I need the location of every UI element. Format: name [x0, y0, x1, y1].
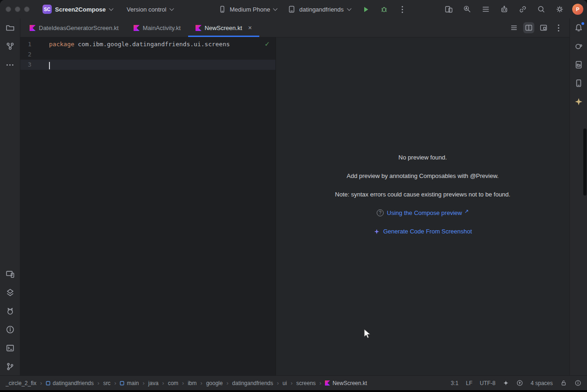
- tab-label: NewScreen.kt: [205, 24, 242, 31]
- debug-button[interactable]: [378, 3, 390, 15]
- more-actions-button[interactable]: [397, 3, 409, 15]
- folder-icon: [6, 23, 15, 32]
- structure-tool-button[interactable]: [4, 40, 17, 53]
- code-line-1[interactable]: 1 package com.ibm.google.datingandfriend…: [20, 39, 275, 49]
- device-manager-tool-button[interactable]: [572, 77, 585, 90]
- screen-and-phone-icon: [6, 270, 15, 279]
- chevron-right-icon: ›: [277, 380, 279, 386]
- sparkle-icon[interactable]: [503, 380, 509, 386]
- breadcrumb-item[interactable]: main: [120, 380, 139, 386]
- gradle-tool-button[interactable]: [572, 40, 585, 53]
- find-action-button[interactable]: [461, 3, 473, 15]
- run-config-label: datingandfriends: [299, 6, 343, 13]
- settings-button[interactable]: [554, 3, 566, 15]
- terminal-tool-button[interactable]: [4, 342, 17, 355]
- tab-mainactivity[interactable]: MainActivity.kt: [126, 18, 188, 37]
- breadcrumb-item[interactable]: google: [206, 380, 223, 386]
- running-devices-tool-button[interactable]: [4, 268, 17, 281]
- ai-assistant-button[interactable]: [498, 3, 510, 15]
- phone-icon: [218, 5, 226, 13]
- breadcrumb-item[interactable]: datingandfriends: [232, 380, 273, 386]
- info-circle-icon[interactable]: [575, 380, 581, 386]
- device-mirror-button[interactable]: [443, 3, 455, 15]
- logcat-button[interactable]: [480, 3, 492, 15]
- line-number: 1: [20, 39, 47, 49]
- kotlin-file-icon: [196, 25, 202, 31]
- encoding-widget[interactable]: UTF-8: [480, 380, 495, 386]
- more-horizontal-icon: [6, 64, 13, 66]
- window-minimize-button[interactable]: [15, 6, 20, 12]
- more-vertical-icon: [558, 24, 559, 31]
- editor-more-options-button[interactable]: [553, 22, 564, 33]
- search-everywhere-button[interactable]: [535, 3, 547, 15]
- notifications-tool-button[interactable]: [572, 21, 585, 34]
- external-link-icon: ↗: [465, 208, 469, 214]
- compose-preview-docs-link[interactable]: ? Using the Compose preview ↗: [377, 209, 469, 216]
- project-widget[interactable]: SC Screen2Compose: [41, 3, 115, 15]
- code-text: [47, 49, 49, 60]
- lock-circle-icon[interactable]: [516, 380, 523, 386]
- run-configuration-selector[interactable]: datingandfriends: [286, 3, 353, 15]
- breadcrumb-item[interactable]: datingandfriends: [46, 380, 94, 386]
- split-rect-icon: [525, 24, 533, 32]
- split-view-button[interactable]: [523, 22, 534, 33]
- gemini-tool-button[interactable]: [572, 95, 585, 108]
- breadcrumb-item[interactable]: _circle_2_fix: [6, 380, 37, 386]
- chevron-right-icon: ›: [142, 380, 144, 386]
- letter-a-magnifier-icon: [463, 5, 471, 13]
- code-editor[interactable]: 1 package com.ibm.google.datingandfriend…: [20, 37, 275, 375]
- left-tool-stripe: [0, 18, 20, 375]
- tab-close-icon[interactable]: ×: [248, 24, 252, 31]
- breadcrumb-item[interactable]: java: [148, 380, 159, 386]
- kotlin-file-icon: [134, 25, 140, 31]
- breadcrumb-item[interactable]: ibm: [188, 380, 196, 386]
- version-control-tool-button[interactable]: [4, 360, 17, 373]
- inspections-ok-icon[interactable]: ✓: [264, 40, 270, 48]
- diamond-layers-icon: [6, 288, 15, 297]
- more-tool-windows-button[interactable]: [4, 58, 17, 71]
- design-view-button[interactable]: [538, 22, 549, 33]
- bug-icon: [380, 5, 388, 13]
- device-selector[interactable]: Medium Phone: [216, 3, 279, 15]
- source-root-icon: [120, 381, 124, 386]
- breadcrumb-item[interactable]: ui: [282, 380, 287, 386]
- build-variants-tool-button[interactable]: [4, 286, 17, 299]
- breadcrumb-item[interactable]: src: [103, 380, 110, 386]
- line-number: 3: [20, 60, 47, 70]
- chevron-right-icon: ›: [291, 380, 293, 386]
- unlocked-padlock-icon[interactable]: [560, 380, 567, 386]
- logcat-tool-button[interactable]: [4, 305, 17, 318]
- smartphone-icon: [574, 79, 583, 88]
- code-view-button[interactable]: [508, 22, 520, 33]
- problems-tool-button[interactable]: [4, 323, 17, 336]
- caret-position-widget[interactable]: 3:1: [451, 380, 459, 386]
- breadcrumb: _circle_2_fix › datingandfriends › src ›…: [6, 380, 445, 386]
- tab-dateideasgeneratorscreen[interactable]: DateIdeasGeneratorScreen.kt: [22, 18, 126, 37]
- compose-preview-panel: No preview found. Add preview by annotat…: [275, 37, 569, 375]
- link-button[interactable]: [517, 3, 529, 15]
- design-rect-icon: [539, 24, 548, 32]
- project-tool-button[interactable]: [4, 21, 17, 34]
- user-avatar[interactable]: P: [572, 4, 583, 15]
- line-separator-widget[interactable]: LF: [466, 380, 472, 386]
- chevron-right-icon: ›: [40, 380, 42, 386]
- android-studio-window: SC Screen2Compose Version control Medium…: [0, 0, 587, 392]
- breadcrumb-item[interactable]: screens: [296, 380, 316, 386]
- device-explorer-tool-button[interactable]: [572, 58, 585, 71]
- tab-newscreen[interactable]: NewScreen.kt ×: [188, 18, 259, 37]
- version-control-widget[interactable]: Version control: [125, 3, 176, 15]
- code-rest: com.ibm.google.datingandfriends.ui.scree…: [74, 41, 230, 48]
- scrollbar-thumb[interactable]: [583, 129, 587, 196]
- breadcrumb-item[interactable]: com: [168, 380, 178, 386]
- syntax-note: Note: syntax errors could cause existing…: [335, 191, 510, 198]
- code-line-2[interactable]: 2: [20, 49, 275, 60]
- breadcrumb-item-current-file[interactable]: NewScreen.kt: [325, 380, 367, 386]
- code-line-3-current[interactable]: 3: [20, 60, 275, 70]
- run-button[interactable]: [360, 3, 372, 15]
- chevron-right-icon: ›: [114, 380, 116, 386]
- notification-badge: [581, 22, 584, 25]
- window-zoom-button[interactable]: [24, 6, 30, 12]
- window-close-button[interactable]: [6, 6, 11, 12]
- indent-widget[interactable]: 4 spaces: [531, 380, 553, 386]
- generate-code-from-screenshot-link[interactable]: Generate Code From Screenshot: [373, 228, 472, 235]
